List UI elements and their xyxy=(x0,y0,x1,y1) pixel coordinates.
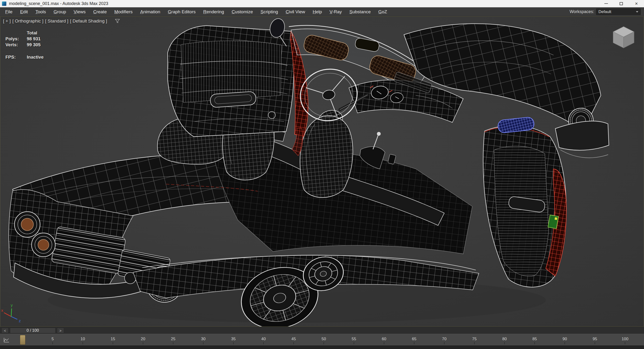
menu-item[interactable]: Help xyxy=(309,7,326,16)
ruler-tick[interactable]: 55 xyxy=(344,334,364,346)
tick-mark xyxy=(324,342,324,344)
ruler-tick[interactable]: 25 xyxy=(164,334,183,346)
viewport[interactable]: x y z [ + ] [ Orthographic ] [ Standard … xyxy=(0,16,644,327)
ruler-tick[interactable]: 40 xyxy=(254,334,273,346)
stats-polys-label: Polys: xyxy=(6,36,27,42)
tail-light xyxy=(14,212,40,237)
maximize-button[interactable] xyxy=(614,0,629,7)
frame-counter[interactable]: 0 / 100 xyxy=(10,328,56,333)
time-slider-handle[interactable] xyxy=(20,335,26,345)
ruler-tick[interactable]: 95 xyxy=(586,334,604,346)
menu-items: File Edit Tools Group Views Create Modif… xyxy=(2,7,391,16)
tail-light xyxy=(32,233,55,257)
menu-item[interactable]: Customize xyxy=(228,7,257,16)
window-controls: ✕ xyxy=(598,0,644,7)
ruler-tick[interactable]: 10 xyxy=(73,334,92,346)
stats-fps-label: FPS: xyxy=(6,54,27,60)
menu-bar: File Edit Tools Group Views Create Modif… xyxy=(0,7,644,16)
stats-fps-value: Inactive xyxy=(27,54,44,60)
ruler-tick[interactable]: 65 xyxy=(405,334,424,346)
track-bar[interactable]: 5 10 15 20 25 xyxy=(0,334,644,346)
axis-y-label: y xyxy=(11,303,13,308)
stats-verts-label: Verts: xyxy=(6,42,27,48)
app-window: modeling_scene_001.max - Autodesk 3ds Ma… xyxy=(0,0,644,349)
menu-item[interactable]: Tools xyxy=(32,7,50,16)
menu-item[interactable]: Civil View xyxy=(282,7,309,16)
timeline-bar: < 0 / 100 > xyxy=(0,327,644,334)
viewport-label: [ + ] [ Orthographic ] [ Standard ] [ De… xyxy=(3,18,120,24)
status-strip xyxy=(0,346,644,349)
window-title: modeling_scene_001.max - Autodesk 3ds Ma… xyxy=(9,1,108,6)
ruler-tick[interactable]: 60 xyxy=(374,334,394,346)
ruler-tick[interactable]: 85 xyxy=(525,334,544,346)
door-sticker xyxy=(548,215,558,228)
menu-item[interactable]: Views xyxy=(70,7,90,16)
statistics-overlay: Total Polys: 98 931 Verts: 99 305 FPS: I… xyxy=(6,30,44,60)
workspaces-dropdown[interactable]: Default xyxy=(596,8,641,15)
menu-item[interactable]: Create xyxy=(90,7,110,16)
menu-item[interactable]: V-Ray xyxy=(326,7,346,16)
menu-item[interactable]: Animation xyxy=(136,7,164,16)
viewport-menu-pov[interactable]: [ Orthographic ] xyxy=(12,18,44,24)
ruler-tick[interactable]: 5 xyxy=(43,334,62,346)
ruler-tick[interactable]: 30 xyxy=(194,334,213,346)
menu-item[interactable]: Edit xyxy=(16,7,32,16)
viewport-menu-general[interactable]: [ + ] xyxy=(3,18,11,24)
filter-icon[interactable] xyxy=(115,19,120,23)
ruler-tick[interactable]: 15 xyxy=(104,334,122,346)
ruler-tick[interactable]: 20 xyxy=(134,334,152,346)
menu-item[interactable]: Rendering xyxy=(200,7,228,16)
wireframe-car-model[interactable] xyxy=(9,17,609,327)
open-door-left xyxy=(168,26,294,137)
ruler-tick[interactable]: 45 xyxy=(284,334,303,346)
tick-mark xyxy=(504,342,505,344)
ruler-tick[interactable]: 90 xyxy=(555,334,574,346)
minimize-button[interactable] xyxy=(598,0,614,7)
workspaces-label: Workspaces: xyxy=(570,9,594,14)
ruler-tick[interactable]: 75 xyxy=(465,334,484,346)
tick-mark xyxy=(474,342,475,344)
close-icon: ✕ xyxy=(635,2,638,6)
tick-mark xyxy=(263,342,264,344)
viewport-canvas[interactable]: x y z xyxy=(0,16,644,327)
menu-item[interactable]: GoZ xyxy=(374,7,391,16)
menu-item[interactable]: Scripting xyxy=(257,7,282,16)
ruler-tick[interactable]: 80 xyxy=(495,334,514,346)
maximize-icon xyxy=(620,2,623,5)
tick-mark xyxy=(82,342,83,344)
ruler-tick[interactable]: 50 xyxy=(314,334,333,346)
tick-mark xyxy=(294,342,294,344)
menu-item[interactable]: Group xyxy=(50,7,70,16)
workspace-value: Default xyxy=(598,10,611,14)
menu-item[interactable]: Graph Editors xyxy=(164,7,200,16)
tick-mark xyxy=(113,342,113,344)
ruler-ticks: 5 10 15 20 25 xyxy=(43,334,634,346)
tick-mark xyxy=(444,342,444,344)
previous-frame-button[interactable]: < xyxy=(2,328,8,333)
minimize-icon xyxy=(604,3,608,4)
ruler-tick[interactable]: 70 xyxy=(435,334,454,346)
stats-spacer xyxy=(6,30,27,36)
tick-mark xyxy=(52,342,53,344)
close-button[interactable]: ✕ xyxy=(629,0,644,7)
app-icon xyxy=(2,2,6,6)
viewport-menu-shading[interactable]: [ Default Shading ] xyxy=(70,18,107,24)
tick-mark xyxy=(233,342,234,344)
viewcube[interactable] xyxy=(613,26,634,48)
menu-item[interactable]: Modifiers xyxy=(110,7,136,16)
title-bar: modeling_scene_001.max - Autodesk 3ds Ma… xyxy=(0,0,644,7)
mini-curve-editor-button[interactable] xyxy=(2,336,11,344)
viewport-menu-renderer[interactable]: [ Standard ] xyxy=(45,18,68,24)
next-frame-button[interactable]: > xyxy=(57,328,64,333)
ruler-tick[interactable]: 100 xyxy=(616,334,634,346)
axis-tripod-icon: x y z xyxy=(1,303,21,323)
stats-verts-value: 99 305 xyxy=(27,42,40,48)
open-door-right xyxy=(483,126,566,287)
tick-mark xyxy=(564,342,565,344)
front-bumper xyxy=(555,121,609,150)
tick-mark xyxy=(595,342,595,344)
menu-item[interactable]: Substance xyxy=(346,7,374,16)
tick-mark xyxy=(414,342,414,344)
menu-item[interactable]: File xyxy=(2,7,16,16)
ruler-tick[interactable]: 35 xyxy=(224,334,243,346)
